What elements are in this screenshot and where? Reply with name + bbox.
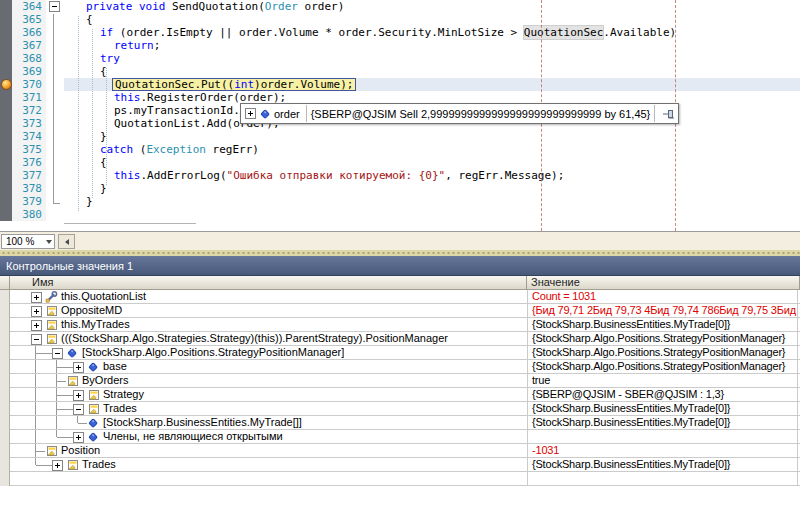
code-line[interactable]: 370QuotationSec.Put((int)order.Volume); (0, 78, 800, 91)
code-line[interactable]: 369{ (0, 65, 800, 78)
datatip-value[interactable]: {SBERP@QJSIM Sell 2,99999999999999999999… (311, 108, 651, 120)
watch-value-cell[interactable]: -1031 (527, 444, 798, 457)
column-header-name[interactable]: Имя (10, 276, 527, 290)
code-line[interactable]: 378} (0, 182, 800, 195)
watch-row[interactable]: Strategy{SBERP@QJSIM - SBER@QJSIM : 1,3} (0, 388, 800, 402)
horizontal-scrollbar-track[interactable] (76, 234, 800, 249)
watch-value-cell[interactable]: {StockSharp.BusinessEntities.MyTrade[0]} (527, 458, 798, 471)
watch-row[interactable]: OppositeMD{Бид 79,71 2Бид 79,73 4Бид 79,… (0, 304, 800, 318)
watch-name-cell[interactable]: (((StockSharp.Algo.Strategies.Strategy)(… (0, 332, 527, 345)
datatip-expand-icon[interactable] (245, 108, 256, 119)
watch-name-cell[interactable]: Trades (0, 402, 527, 415)
watch-value-cell[interactable]: {StockSharp.Algo.Positions.StrategyPosit… (527, 332, 798, 345)
code-text: } (64, 130, 800, 143)
watch-value-cell[interactable]: {StockSharp.BusinessEntities.MyTrade[0]} (527, 318, 798, 331)
watch-value-cell[interactable]: {SBERP@QJSIM - SBER@QJSIM : 1,3} (527, 388, 798, 401)
breakpoint-margin[interactable] (0, 130, 12, 143)
code-line[interactable]: 366if (order.IsEmpty || order.Volume * o… (0, 26, 800, 39)
breakpoint-margin[interactable] (0, 182, 12, 195)
fold-margin (46, 26, 64, 39)
breakpoint-margin[interactable] (0, 208, 12, 221)
tree-line (36, 465, 53, 466)
code-line[interactable]: 375catch (Exception regErr) (0, 143, 800, 156)
expand-toggle[interactable] (31, 320, 42, 331)
watch-name-cell[interactable]: [StockSharp.BusinessEntities.MyTrade[]] (0, 416, 527, 429)
code-line[interactable]: 368try (0, 52, 800, 65)
expand-toggle[interactable] (31, 306, 42, 317)
expand-toggle[interactable] (52, 348, 63, 359)
column-header-value[interactable]: Значение (527, 276, 800, 290)
watch-row[interactable]: [StockSharp.Algo.Positions.StrategyPosit… (0, 346, 800, 360)
expand-toggle[interactable] (73, 390, 84, 401)
code-line[interactable]: 379} (0, 195, 800, 208)
breakpoint-margin[interactable] (0, 169, 12, 182)
expand-toggle[interactable] (73, 432, 84, 443)
breakpoint-margin[interactable] (0, 65, 12, 78)
watch-column-headers: Имя Значение (0, 276, 800, 290)
expand-toggle[interactable] (73, 362, 84, 373)
breakpoint-margin[interactable] (0, 26, 12, 39)
watch-row[interactable]: this.MyTrades{StockSharp.BusinessEntitie… (0, 318, 800, 332)
expand-toggle[interactable] (52, 460, 63, 471)
watch-row[interactable] (0, 472, 800, 486)
watch-row[interactable]: Trades{StockSharp.BusinessEntities.MyTra… (0, 402, 800, 416)
watch-row[interactable]: Position-1031 (0, 444, 800, 458)
code-line[interactable]: 367return; (0, 39, 800, 52)
watch-value-cell[interactable]: {StockSharp.BusinessEntities.MyTrade[0]} (527, 402, 798, 415)
watch-value-cell[interactable]: {Бид 79,71 2Бид 79,73 4Бид 79,74 786Бид … (527, 304, 798, 317)
watch-name-cell[interactable]: Position (0, 444, 527, 457)
watch-row[interactable]: this.QuotationListCount = 1031 (0, 290, 800, 304)
expand-toggle[interactable] (31, 334, 42, 345)
watch-name-cell[interactable]: ByOrders (0, 374, 527, 387)
watch-row[interactable]: [StockSharp.BusinessEntities.MyTrade[]]{… (0, 416, 800, 430)
breakpoint-margin[interactable] (0, 104, 12, 117)
breakpoint-margin[interactable] (0, 143, 12, 156)
expand-toggle[interactable] (73, 404, 84, 415)
watch-name-cell[interactable] (0, 472, 527, 485)
breakpoint-margin[interactable] (0, 117, 12, 130)
breakpoint-margin[interactable] (0, 156, 12, 169)
code-line[interactable]: 364private void SendQuotation(Order orde… (0, 0, 800, 13)
watch-name-cell[interactable]: Trades (0, 458, 527, 471)
editor-zoom-combo[interactable]: 100 % (1, 234, 55, 249)
watch-name-cell[interactable]: Strategy (0, 388, 527, 401)
fold-toggle-icon[interactable] (49, 1, 60, 12)
watch-value-cell[interactable]: {StockSharp.Algo.Positions.StrategyPosit… (527, 346, 798, 359)
breakpoint-margin[interactable] (0, 78, 12, 91)
watch-value-cell[interactable] (527, 472, 798, 485)
watch-name-cell[interactable]: this.MyTrades (0, 318, 527, 331)
code-line[interactable]: 374} (0, 130, 800, 143)
breakpoint-margin[interactable] (0, 0, 12, 13)
code-editor[interactable]: 364private void SendQuotation(Order orde… (0, 0, 800, 231)
watch-name-cell[interactable]: this.QuotationList (0, 290, 527, 303)
watch-name-cell[interactable]: [StockSharp.Algo.Positions.StrategyPosit… (0, 346, 527, 359)
watch-row[interactable]: base{StockSharp.Algo.Positions.StrategyP… (0, 360, 800, 374)
watch-row[interactable]: Trades{StockSharp.BusinessEntities.MyTra… (0, 458, 800, 472)
tree-line (57, 437, 74, 438)
breakpoint-margin[interactable] (0, 39, 12, 52)
code-line[interactable]: 365{ (0, 13, 800, 26)
watch-value-cell[interactable]: true (527, 374, 798, 387)
breakpoint-margin[interactable] (0, 13, 12, 26)
watch-name-cell[interactable]: Члены, не являющиеся открытыми (0, 430, 527, 443)
breakpoint-margin[interactable] (0, 52, 12, 65)
scroll-left-button[interactable] (58, 234, 75, 249)
watch-value-cell[interactable]: {StockSharp.BusinessEntities.MyTrade[0]} (527, 416, 798, 429)
breakpoint-margin[interactable] (0, 195, 12, 208)
code-line[interactable]: 377this.AddErrorLog("Ошибка отправки кот… (0, 169, 800, 182)
watch-name-cell[interactable]: OppositeMD (0, 304, 527, 317)
expand-toggle[interactable] (31, 292, 42, 303)
watch-row[interactable]: Члены, не являющиеся открытыми (0, 430, 800, 444)
watch-row[interactable]: ByOrderstrue (0, 374, 800, 388)
watch-window-title-bar[interactable]: Контрольные значения 1 (0, 256, 800, 276)
watch-value-cell[interactable] (527, 430, 798, 443)
breakpoint-margin[interactable] (0, 91, 12, 104)
watch-value-cell[interactable]: {StockSharp.Algo.Positions.StrategyPosit… (527, 360, 798, 373)
watch-row[interactable]: (((StockSharp.Algo.Strategies.Strategy)(… (0, 332, 800, 346)
code-line[interactable]: 376{ (0, 156, 800, 169)
code-line[interactable]: 380 (0, 208, 800, 221)
breakpoint-icon[interactable] (1, 79, 12, 90)
watch-value-cell[interactable]: Count = 1031 (527, 290, 798, 303)
pin-icon[interactable] (659, 104, 678, 123)
watch-name-cell[interactable]: base (0, 360, 527, 373)
